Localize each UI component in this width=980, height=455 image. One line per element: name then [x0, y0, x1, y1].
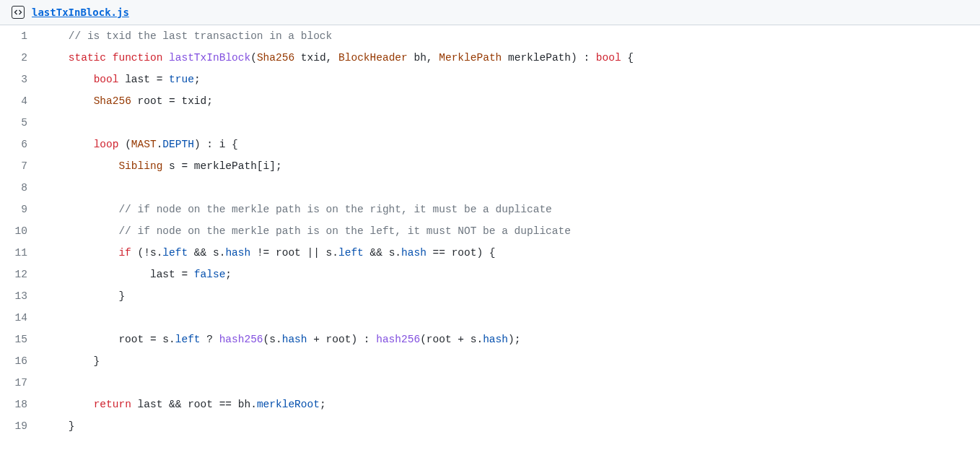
code-content[interactable]: static function lastTxInBlock(Sha256 txi… — [43, 47, 980, 69]
code-content[interactable]: } — [43, 285, 980, 307]
code-line: 12 last = false; — [0, 264, 980, 285]
line-number[interactable]: 8 — [0, 177, 43, 199]
code-line: 8 — [0, 177, 980, 199]
line-number[interactable]: 3 — [0, 69, 43, 90]
code-line: 3 bool last = true; — [0, 69, 980, 90]
code-line: 11 if (!s.left && s.hash != root || s.le… — [0, 242, 980, 264]
code-line: 5 — [0, 112, 980, 134]
code-line: 18 return last && root == bh.merkleRoot; — [0, 394, 980, 415]
code-content[interactable]: } — [43, 350, 980, 372]
line-number[interactable]: 17 — [0, 372, 43, 394]
code-viewer: 1 // is txid the last transaction in a b… — [0, 25, 980, 437]
code-line: 14 — [0, 307, 980, 329]
code-content[interactable] — [43, 177, 980, 199]
line-number[interactable]: 10 — [0, 220, 43, 242]
code-line: 2 static function lastTxInBlock(Sha256 t… — [0, 47, 980, 69]
code-content[interactable]: if (!s.left && s.hash != root || s.left … — [43, 242, 980, 264]
code-line: 9 // if node on the merkle path is on th… — [0, 199, 980, 220]
filename-link[interactable]: lastTxInBlock.js — [32, 6, 129, 18]
line-number[interactable]: 11 — [0, 242, 43, 264]
code-line: 1 // is txid the last transaction in a b… — [0, 25, 980, 47]
line-number[interactable]: 12 — [0, 264, 43, 285]
code-line: 4 Sha256 root = txid; — [0, 90, 980, 112]
code-content[interactable]: // is txid the last transaction in a blo… — [43, 25, 980, 47]
line-number[interactable]: 5 — [0, 112, 43, 134]
code-content[interactable]: } — [43, 415, 980, 437]
line-number[interactable]: 2 — [0, 47, 43, 69]
line-number[interactable]: 19 — [0, 415, 43, 437]
code-content[interactable]: loop (MAST.DEPTH) : i { — [43, 134, 980, 155]
code-line: 10 // if node on the merkle path is on t… — [0, 220, 980, 242]
code-line: 7 Sibling s = merklePath[i]; — [0, 155, 980, 177]
code-line: 17 — [0, 372, 980, 394]
code-content[interactable]: bool last = true; — [43, 69, 980, 90]
code-content[interactable] — [43, 112, 980, 134]
code-line: 13 } — [0, 285, 980, 307]
code-content[interactable]: Sha256 root = txid; — [43, 90, 980, 112]
code-content[interactable] — [43, 307, 980, 329]
line-number[interactable]: 7 — [0, 155, 43, 177]
line-number[interactable]: 18 — [0, 394, 43, 415]
code-line: 15 root = s.left ? hash256(s.hash + root… — [0, 329, 980, 350]
line-number[interactable]: 14 — [0, 307, 43, 329]
code-content[interactable]: // if node on the merkle path is on the … — [43, 199, 980, 220]
code-content[interactable]: Sibling s = merklePath[i]; — [43, 155, 980, 177]
line-number[interactable]: 16 — [0, 350, 43, 372]
line-number[interactable]: 6 — [0, 134, 43, 155]
line-number[interactable]: 13 — [0, 285, 43, 307]
code-line: 6 loop (MAST.DEPTH) : i { — [0, 134, 980, 155]
code-file-icon — [12, 6, 25, 19]
file-header: lastTxInBlock.js — [0, 0, 980, 25]
code-line: 19 } — [0, 415, 980, 437]
line-number[interactable]: 4 — [0, 90, 43, 112]
code-line: 16 } — [0, 350, 980, 372]
line-number[interactable]: 15 — [0, 329, 43, 350]
code-content[interactable]: // if node on the merkle path is on the … — [43, 220, 980, 242]
code-content[interactable]: last = false; — [43, 264, 980, 285]
code-content[interactable]: return last && root == bh.merkleRoot; — [43, 394, 980, 415]
code-content[interactable]: root = s.left ? hash256(s.hash + root) :… — [43, 329, 980, 350]
line-number[interactable]: 9 — [0, 199, 43, 220]
line-number[interactable]: 1 — [0, 25, 43, 47]
code-content[interactable] — [43, 372, 980, 394]
